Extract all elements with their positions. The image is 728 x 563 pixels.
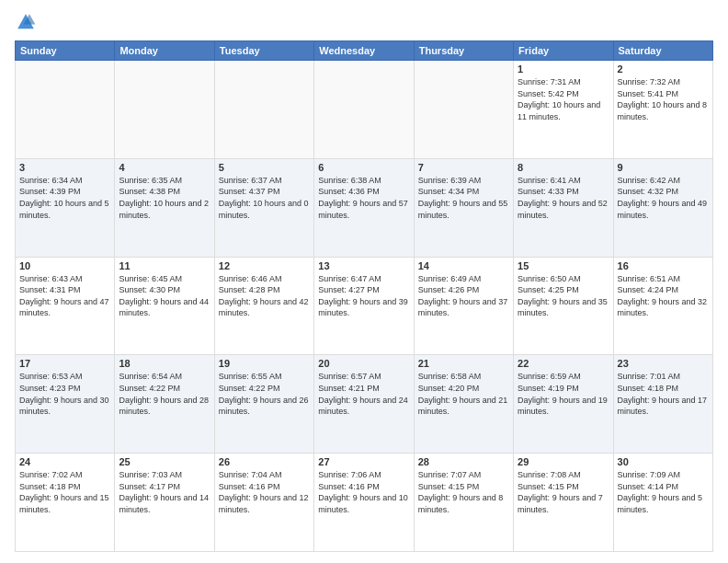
calendar-week-4: 17Sunrise: 6:53 AM Sunset: 4:23 PM Dayli… [16, 355, 713, 454]
calendar-week-5: 24Sunrise: 7:02 AM Sunset: 4:18 PM Dayli… [16, 454, 713, 552]
day-number: 10 [19, 260, 110, 271]
calendar-week-2: 3Sunrise: 6:34 AM Sunset: 4:39 PM Daylig… [16, 158, 713, 257]
day-number: 19 [219, 358, 310, 369]
calendar-cell [414, 61, 513, 159]
calendar-cell: 4Sunrise: 6:35 AM Sunset: 4:38 PM Daylig… [115, 158, 214, 257]
day-info: Sunrise: 6:59 AM Sunset: 4:19 PM Dayligh… [518, 371, 609, 417]
day-info: Sunrise: 6:49 AM Sunset: 4:26 PM Dayligh… [418, 273, 509, 319]
calendar-cell: 9Sunrise: 6:42 AM Sunset: 4:32 PM Daylig… [613, 158, 712, 257]
calendar-cell [214, 61, 313, 159]
day-info: Sunrise: 7:08 AM Sunset: 4:15 PM Dayligh… [518, 469, 609, 515]
day-info: Sunrise: 6:46 AM Sunset: 4:28 PM Dayligh… [219, 273, 310, 319]
day-info: Sunrise: 7:01 AM Sunset: 4:18 PM Dayligh… [618, 371, 709, 417]
day-info: Sunrise: 7:09 AM Sunset: 4:14 PM Dayligh… [618, 469, 709, 515]
day-number: 16 [618, 260, 709, 271]
day-info: Sunrise: 6:53 AM Sunset: 4:23 PM Dayligh… [19, 371, 110, 417]
calendar-cell: 5Sunrise: 6:37 AM Sunset: 4:37 PM Daylig… [214, 158, 313, 257]
logo-icon [15, 11, 37, 33]
calendar-cell: 1Sunrise: 7:31 AM Sunset: 5:42 PM Daylig… [514, 61, 613, 159]
day-number: 2 [618, 63, 709, 75]
day-number: 12 [219, 260, 310, 271]
logo [15, 11, 40, 33]
day-number: 15 [518, 260, 609, 271]
page: SundayMondayTuesdayWednesdayThursdayFrid… [0, 0, 728, 563]
day-info: Sunrise: 6:34 AM Sunset: 4:39 PM Dayligh… [19, 175, 110, 221]
day-info: Sunrise: 7:02 AM Sunset: 4:18 PM Dayligh… [19, 469, 110, 515]
calendar-cell: 27Sunrise: 7:06 AM Sunset: 4:16 PM Dayli… [314, 454, 414, 552]
calendar-header-monday: Monday [115, 41, 214, 61]
day-number: 18 [119, 358, 210, 369]
day-info: Sunrise: 6:35 AM Sunset: 4:38 PM Dayligh… [119, 175, 210, 221]
day-number: 4 [119, 162, 210, 173]
calendar-cell: 29Sunrise: 7:08 AM Sunset: 4:15 PM Dayli… [514, 454, 613, 552]
day-info: Sunrise: 6:57 AM Sunset: 4:21 PM Dayligh… [318, 371, 409, 417]
calendar-table: SundayMondayTuesdayWednesdayThursdayFrid… [15, 40, 713, 552]
day-number: 14 [418, 260, 509, 271]
day-number: 17 [19, 358, 110, 369]
day-info: Sunrise: 6:39 AM Sunset: 4:34 PM Dayligh… [418, 175, 509, 221]
calendar-header-wednesday: Wednesday [314, 41, 414, 61]
calendar-cell: 25Sunrise: 7:03 AM Sunset: 4:17 PM Dayli… [115, 454, 214, 552]
calendar-header-tuesday: Tuesday [214, 41, 313, 61]
calendar-cell [115, 61, 214, 159]
calendar-cell: 14Sunrise: 6:49 AM Sunset: 4:26 PM Dayli… [414, 257, 513, 355]
calendar-cell [16, 61, 115, 159]
calendar-cell: 23Sunrise: 7:01 AM Sunset: 4:18 PM Dayli… [613, 355, 712, 454]
calendar-cell: 6Sunrise: 6:38 AM Sunset: 4:36 PM Daylig… [314, 158, 414, 257]
day-number: 3 [19, 162, 110, 173]
day-info: Sunrise: 6:42 AM Sunset: 4:32 PM Dayligh… [618, 175, 709, 221]
day-number: 24 [19, 456, 110, 467]
day-number: 8 [518, 162, 609, 173]
calendar-cell: 11Sunrise: 6:45 AM Sunset: 4:30 PM Dayli… [115, 257, 214, 355]
day-number: 9 [618, 162, 709, 173]
day-info: Sunrise: 6:55 AM Sunset: 4:22 PM Dayligh… [219, 371, 310, 417]
day-number: 27 [318, 456, 409, 467]
calendar-cell: 8Sunrise: 6:41 AM Sunset: 4:33 PM Daylig… [514, 158, 613, 257]
calendar-cell: 24Sunrise: 7:02 AM Sunset: 4:18 PM Dayli… [16, 454, 115, 552]
day-number: 26 [219, 456, 310, 467]
day-info: Sunrise: 6:38 AM Sunset: 4:36 PM Dayligh… [318, 175, 409, 221]
day-info: Sunrise: 6:47 AM Sunset: 4:27 PM Dayligh… [318, 273, 409, 319]
calendar-cell: 15Sunrise: 6:50 AM Sunset: 4:25 PM Dayli… [514, 257, 613, 355]
calendar-header-thursday: Thursday [414, 41, 513, 61]
calendar-cell: 26Sunrise: 7:04 AM Sunset: 4:16 PM Dayli… [214, 454, 313, 552]
calendar-cell: 16Sunrise: 6:51 AM Sunset: 4:24 PM Dayli… [613, 257, 712, 355]
calendar-header-sunday: Sunday [16, 41, 115, 61]
day-number: 23 [618, 358, 709, 369]
header [15, 11, 713, 33]
day-info: Sunrise: 6:43 AM Sunset: 4:31 PM Dayligh… [19, 273, 110, 319]
calendar-cell: 10Sunrise: 6:43 AM Sunset: 4:31 PM Dayli… [16, 257, 115, 355]
day-number: 11 [119, 260, 210, 271]
day-info: Sunrise: 6:50 AM Sunset: 4:25 PM Dayligh… [518, 273, 609, 319]
day-info: Sunrise: 6:54 AM Sunset: 4:22 PM Dayligh… [119, 371, 210, 417]
day-info: Sunrise: 7:03 AM Sunset: 4:17 PM Dayligh… [119, 469, 210, 515]
day-number: 22 [518, 358, 609, 369]
day-info: Sunrise: 6:58 AM Sunset: 4:20 PM Dayligh… [418, 371, 509, 417]
calendar-week-3: 10Sunrise: 6:43 AM Sunset: 4:31 PM Dayli… [16, 257, 713, 355]
calendar-cell: 7Sunrise: 6:39 AM Sunset: 4:34 PM Daylig… [414, 158, 513, 257]
day-number: 13 [318, 260, 409, 271]
calendar-cell: 17Sunrise: 6:53 AM Sunset: 4:23 PM Dayli… [16, 355, 115, 454]
day-info: Sunrise: 7:07 AM Sunset: 4:15 PM Dayligh… [418, 469, 509, 515]
day-number: 5 [219, 162, 310, 173]
calendar-cell: 18Sunrise: 6:54 AM Sunset: 4:22 PM Dayli… [115, 355, 214, 454]
calendar-cell: 28Sunrise: 7:07 AM Sunset: 4:15 PM Dayli… [414, 454, 513, 552]
calendar-header-friday: Friday [514, 41, 613, 61]
day-number: 30 [618, 456, 709, 467]
calendar-cell: 2Sunrise: 7:32 AM Sunset: 5:41 PM Daylig… [613, 61, 712, 159]
day-info: Sunrise: 6:45 AM Sunset: 4:30 PM Dayligh… [119, 273, 210, 319]
day-info: Sunrise: 7:04 AM Sunset: 4:16 PM Dayligh… [219, 469, 310, 515]
day-info: Sunrise: 6:37 AM Sunset: 4:37 PM Dayligh… [219, 175, 310, 221]
calendar-cell: 30Sunrise: 7:09 AM Sunset: 4:14 PM Dayli… [613, 454, 712, 552]
day-number: 6 [318, 162, 409, 173]
calendar-cell: 20Sunrise: 6:57 AM Sunset: 4:21 PM Dayli… [314, 355, 414, 454]
calendar-cell: 21Sunrise: 6:58 AM Sunset: 4:20 PM Dayli… [414, 355, 513, 454]
day-number: 20 [318, 358, 409, 369]
day-number: 25 [119, 456, 210, 467]
calendar-week-1: 1Sunrise: 7:31 AM Sunset: 5:42 PM Daylig… [16, 61, 713, 159]
day-info: Sunrise: 6:51 AM Sunset: 4:24 PM Dayligh… [618, 273, 709, 319]
calendar-cell: 22Sunrise: 6:59 AM Sunset: 4:19 PM Dayli… [514, 355, 613, 454]
calendar-cell: 12Sunrise: 6:46 AM Sunset: 4:28 PM Dayli… [214, 257, 313, 355]
day-number: 28 [418, 456, 509, 467]
day-number: 21 [418, 358, 509, 369]
